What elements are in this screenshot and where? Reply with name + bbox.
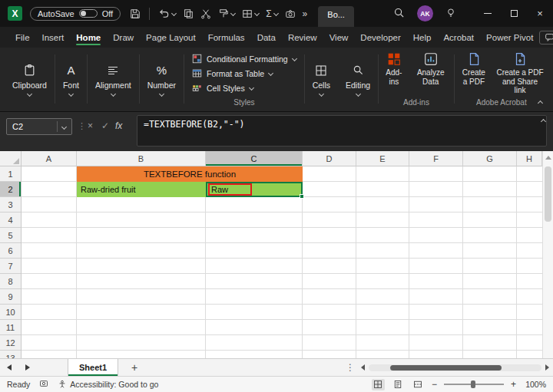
cells-group-button[interactable]: Cells	[305, 49, 338, 109]
formula-bar-handle[interactable]: ⋮	[78, 121, 86, 131]
horizontal-scrollbar-thumb[interactable]	[390, 365, 502, 371]
excel-logo-icon[interactable]: X	[8, 6, 22, 21]
conditional-formatting-button[interactable]: Conditional Formatting	[192, 51, 296, 66]
scroll-left-icon[interactable]	[361, 364, 365, 371]
row-header-13[interactable]: 13	[0, 351, 21, 358]
enter-button[interactable]: ✓	[101, 120, 109, 131]
zoom-out-button[interactable]: −	[432, 379, 437, 390]
menu-tab-power-pivot[interactable]: Power Pivot	[480, 27, 539, 48]
horizontal-scrollbar-track[interactable]	[369, 364, 541, 371]
column-header-d[interactable]: D	[303, 151, 356, 166]
cut-button[interactable]	[200, 8, 211, 19]
clipboard-group-button[interactable]: Clipboard	[5, 49, 55, 109]
sheet-tab-sheet1[interactable]: Sheet1	[68, 359, 118, 376]
formula-input[interactable]: =TEXTBEFORE(B2,"-")	[137, 115, 547, 147]
number-group-button[interactable]: % Number	[140, 49, 184, 109]
fill-handle[interactable]	[300, 194, 304, 199]
column-header-h[interactable]: H	[517, 151, 542, 166]
alignment-group-button[interactable]: Alignment	[88, 49, 139, 109]
format-painter-button[interactable]	[218, 8, 235, 19]
row-header-5[interactable]: 5	[0, 228, 21, 243]
copy-button[interactable]	[183, 8, 194, 19]
menu-tab-draw[interactable]: Draw	[107, 27, 140, 48]
cell-b1-c1-merged[interactable]: TEXTBEFORE function	[77, 166, 303, 182]
search-button[interactable]	[393, 7, 405, 20]
menu-tab-review[interactable]: Review	[282, 27, 323, 48]
horizontal-scrollbar[interactable]	[361, 364, 549, 371]
row-header-10[interactable]: 10	[0, 305, 21, 320]
format-as-table-button[interactable]: Format as Table	[192, 66, 296, 81]
analyze-data-button[interactable]: Analyze Data	[412, 49, 449, 86]
zoom-slider[interactable]	[444, 384, 504, 385]
camera-button[interactable]	[285, 8, 296, 19]
copilot-button[interactable]	[445, 8, 456, 20]
column-header-c[interactable]: C	[206, 151, 303, 166]
menu-tab-page-layout[interactable]: Page Layout	[140, 27, 202, 48]
row-header-6[interactable]: 6	[0, 243, 21, 259]
font-group-button[interactable]: A Font	[55, 49, 87, 109]
autosum-button[interactable]: Σ	[266, 8, 277, 19]
vertical-scrollbar[interactable]	[542, 151, 553, 358]
save-button[interactable]	[130, 8, 141, 19]
zoom-level[interactable]: 100%	[523, 380, 546, 389]
row-header-11[interactable]: 11	[0, 320, 21, 335]
cell-styles-button[interactable]: Cell Styles	[192, 81, 296, 95]
row-header-12[interactable]: 12	[0, 335, 21, 351]
zoom-in-button[interactable]: +	[511, 379, 516, 390]
page-layout-view-button[interactable]	[392, 379, 405, 390]
workbook-name[interactable]: Bo...	[318, 6, 354, 27]
row-header-4[interactable]: 4	[0, 212, 21, 228]
menu-tab-help[interactable]: Help	[407, 27, 438, 48]
undo-button[interactable]	[158, 8, 176, 19]
column-header-a[interactable]: A	[22, 151, 77, 166]
maximize-button[interactable]	[501, 0, 527, 27]
row-header-3[interactable]: 3	[0, 197, 21, 212]
page-break-view-button[interactable]	[412, 379, 425, 390]
menu-tab-acrobat[interactable]: Acrobat	[437, 27, 480, 48]
close-button[interactable]: ×	[527, 0, 553, 27]
cancel-button[interactable]: ×	[88, 120, 93, 131]
create-pdf-share-link-button[interactable]: Create a PDF and Share link	[496, 49, 544, 95]
add-sheet-button[interactable]: +	[127, 361, 141, 374]
select-all-button[interactable]	[0, 151, 22, 166]
sheet-nav-right-button[interactable]	[25, 364, 30, 371]
name-box[interactable]: C2	[6, 118, 72, 135]
more-commands-button[interactable]: »	[303, 8, 308, 19]
macro-record-button[interactable]	[39, 379, 48, 390]
comments-button[interactable]	[539, 31, 553, 44]
sheet-nav-left-button[interactable]	[7, 364, 12, 371]
borders-button[interactable]	[242, 8, 259, 19]
menu-tab-data[interactable]: Data	[251, 27, 282, 48]
row-header-8[interactable]: 8	[0, 274, 21, 289]
row-header-7[interactable]: 7	[0, 259, 21, 274]
column-header-g[interactable]: G	[463, 151, 517, 166]
cell-b2[interactable]: Raw-dried fruit	[77, 182, 206, 197]
tab-list-button[interactable]: ⋮	[346, 362, 355, 373]
autosave-toggle[interactable]: AutoSave Off	[30, 7, 121, 21]
normal-view-button[interactable]	[372, 379, 385, 390]
avatar[interactable]: AK	[417, 5, 433, 21]
editing-group-button[interactable]: Editing	[338, 49, 378, 109]
create-pdf-button[interactable]: Create a PDF	[459, 49, 488, 95]
scroll-right-icon[interactable]	[545, 364, 549, 371]
menu-tab-view[interactable]: View	[323, 27, 355, 48]
insert-function-button[interactable]: fx	[115, 120, 122, 131]
row-header-9[interactable]: 9	[0, 289, 21, 305]
cells-area[interactable]: TEXTBEFORE function Raw-dried fruit Raw	[22, 166, 542, 358]
menu-tab-insert[interactable]: Insert	[36, 27, 71, 48]
row-header-1[interactable]: 1	[0, 166, 21, 182]
cell-c2-selected[interactable]: Raw	[206, 182, 303, 197]
column-header-e[interactable]: E	[356, 151, 409, 166]
column-header-f[interactable]: F	[409, 151, 463, 166]
menu-tab-formulas[interactable]: Formulas	[202, 27, 251, 48]
accessibility-status[interactable]: Accessibility: Good to go	[58, 380, 158, 389]
menu-tab-home[interactable]: Home	[70, 27, 107, 48]
zoom-slider-thumb[interactable]	[471, 380, 475, 388]
column-header-b[interactable]: B	[77, 151, 206, 166]
menu-tab-developer[interactable]: Developer	[354, 27, 406, 48]
minimize-button[interactable]	[475, 0, 501, 27]
row-header-2[interactable]: 2	[0, 182, 21, 197]
vertical-scrollbar-thumb[interactable]	[545, 166, 551, 222]
menu-tab-file[interactable]: File	[9, 27, 36, 48]
add-ins-button[interactable]: Add-ins	[383, 49, 404, 86]
